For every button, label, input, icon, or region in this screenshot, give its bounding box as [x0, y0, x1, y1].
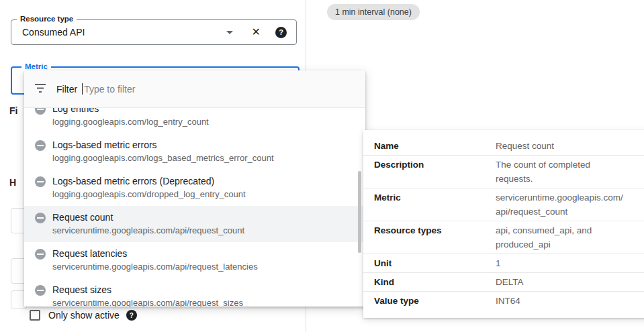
metric-kind-icon	[35, 249, 46, 260]
interval-chip-label: 1 min interval (none)	[335, 7, 412, 17]
metric-id: logging.googleapis.com/dropped_log_entry…	[52, 188, 246, 201]
details-row: Value type INT64	[363, 292, 644, 310]
details-label: Unit	[374, 256, 496, 270]
details-label: Resource types	[374, 223, 496, 252]
metric-filter-input[interactable]	[84, 84, 355, 95]
interval-chip[interactable]: 1 min interval (none)	[327, 4, 420, 20]
metric-details-card: Name Request count Description The count…	[363, 130, 644, 318]
details-label: Name	[374, 139, 496, 153]
second-heading-clipped: H	[9, 177, 16, 188]
details-label: Description	[374, 158, 496, 186]
details-label: Value type	[374, 294, 496, 308]
resource-type-value: Consumed API	[22, 27, 226, 38]
metric-dropdown-menu: Filter Log entries logging.googleapis.co…	[24, 70, 365, 307]
details-value: INT64	[496, 294, 628, 308]
only-show-active-row: Only show active ?	[30, 310, 137, 321]
help-icon[interactable]: ?	[275, 27, 287, 38]
metric-title: Log entries	[52, 108, 209, 115]
metric-title: Logs-based metric errors	[52, 138, 274, 152]
scrollbar-thumb[interactable]	[358, 171, 361, 253]
metric-title: Request count	[52, 211, 244, 224]
metric-label: Metric	[21, 62, 51, 70]
metric-kind-icon	[35, 213, 46, 223]
only-show-active-checkbox[interactable]	[30, 310, 40, 321]
metric-kind-icon	[35, 176, 46, 187]
metric-id: serviceruntime.googleapis.com/api/reques…	[52, 224, 244, 237]
details-label: Metric	[374, 190, 496, 219]
details-value: The count of completed requests.	[496, 158, 628, 186]
details-value: Request count	[496, 139, 628, 153]
metric-title: Request latencies	[52, 247, 258, 260]
metric-id: logging.googleapis.com/logs_based_metric…	[52, 152, 274, 165]
details-row: Unit 1	[363, 254, 644, 273]
metric-id: serviceruntime.googleapis.com/api/reques…	[52, 296, 243, 307]
metric-id: serviceruntime.googleapis.com/api/reques…	[52, 260, 258, 274]
details-row: Description The count of completed reque…	[363, 156, 644, 188]
details-row: Kind DELTA	[363, 273, 644, 292]
resource-type-select[interactable]: Resource type Consumed API ✕ ?	[11, 19, 297, 45]
clear-icon[interactable]: ✕	[252, 27, 261, 38]
details-row: Resource types api, consumed_api, and pr…	[363, 221, 644, 254]
metric-list-item[interactable]: Request sizes serviceruntime.googleapis.…	[24, 278, 365, 307]
chevron-down-icon[interactable]	[226, 31, 233, 34]
metric-list-item[interactable]: Request latencies serviceruntime.googlea…	[24, 242, 365, 278]
metric-list-item[interactable]: Log entries logging.googleapis.com/log_e…	[24, 108, 365, 133]
details-row: Name Request count	[363, 137, 644, 156]
metric-kind-icon	[35, 285, 46, 296]
text-cursor	[82, 83, 83, 95]
metric-title: Logs-based metric errors (Deprecated)	[52, 174, 246, 188]
metric-kind-icon	[35, 108, 46, 115]
metric-filter-bar[interactable]: Filter	[24, 70, 365, 108]
details-value: 1	[496, 256, 628, 270]
details-value: serviceruntime.googleapis.com/api/reques…	[496, 190, 628, 219]
details-row: Metric serviceruntime.googleapis.com/api…	[363, 188, 644, 221]
metric-list-item[interactable]: Logs-based metric errors (Deprecated) lo…	[24, 170, 365, 206]
only-show-active-label: Only show active	[48, 310, 120, 321]
metric-kind-icon	[35, 140, 46, 151]
details-value: DELTA	[496, 275, 628, 289]
resource-type-label: Resource type	[17, 15, 77, 23]
metric-list-item[interactable]: Logs-based metric errors logging.googlea…	[24, 133, 365, 170]
metric-list: Log entries logging.googleapis.com/log_e…	[24, 108, 365, 307]
help-icon[interactable]: ?	[126, 310, 137, 321]
metric-id: logging.googleapis.com/log_entry_count	[52, 115, 209, 129]
metric-list-item-selected[interactable]: Request count serviceruntime.googleapis.…	[24, 206, 365, 242]
filter-icon	[35, 83, 47, 95]
filter-label: Filter	[56, 84, 77, 95]
filters-heading-clipped: Fi	[9, 105, 17, 116]
details-value: api, consumed_api, and produced_api	[496, 223, 628, 252]
details-label: Kind	[374, 275, 496, 289]
metric-title: Request sizes	[52, 283, 243, 296]
